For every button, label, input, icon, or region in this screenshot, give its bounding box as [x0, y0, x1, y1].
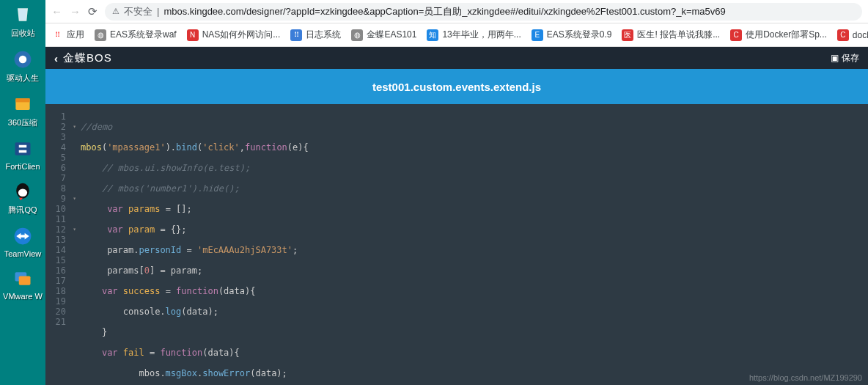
bookmark-item[interactable]: EEAS系统登录0.9: [532, 29, 612, 41]
apps-button[interactable]: ⠿ 应用: [51, 29, 84, 41]
bookmark-item[interactable]: C使用Docker部署Sp...: [730, 29, 827, 41]
desktop-label: 360压缩: [8, 117, 37, 128]
watermark: https://blog.csdn.net/MZ199290: [749, 373, 862, 382]
code-editor[interactable]: 123456789101112131415161718192021 //demo…: [45, 104, 868, 385]
desktop-icon-360zip[interactable]: 360压缩: [0, 89, 45, 131]
desktop-label: 腾讯QQ: [8, 205, 37, 216]
forticlient-icon: [11, 137, 34, 161]
bookmark-item[interactable]: ◍金蝶EAS101: [351, 29, 416, 41]
nav-reload-icon[interactable]: ⟳: [88, 5, 98, 18]
desktop-icon-forticlient[interactable]: FortiClien: [0, 134, 45, 174]
driver-icon: [11, 48, 34, 71]
svg-rect-4: [15, 142, 31, 155]
globe-icon: ◍: [351, 29, 363, 41]
vmware-icon: [11, 267, 34, 290]
desktop-icon-qq[interactable]: 腾讯QQ: [0, 177, 45, 219]
url-input[interactable]: ⚠ 不安全 | mbos.kingdee.com/designer/?appId…: [105, 3, 862, 21]
bookmark-item[interactable]: 知13年毕业，用两年...: [427, 29, 521, 41]
insecure-label: 不安全: [124, 5, 152, 18]
warning-icon: ⚠: [112, 7, 119, 16]
nas-icon: N: [187, 29, 199, 41]
desktop-label: 回收站: [11, 28, 35, 39]
med-icon: 医: [622, 29, 633, 41]
desktop-label: 驱动人生: [7, 73, 39, 84]
eas-icon: E: [532, 29, 543, 41]
save-icon: ▣: [831, 53, 839, 63]
bookmark-item[interactable]: ⠿日志系统: [290, 29, 341, 41]
desktop-icon-driver[interactable]: 驱动人生: [0, 45, 45, 87]
url-separator: |: [157, 6, 159, 17]
globe-icon: ◍: [95, 29, 106, 41]
teamviewer-icon: [11, 224, 34, 248]
bookmark-item[interactable]: Cdocker:: [837, 29, 868, 41]
zhihu-icon: 知: [427, 29, 438, 41]
save-label: 保存: [842, 52, 859, 65]
bookmark-item[interactable]: ◍EAS系统登录waf: [95, 29, 177, 41]
csdn-icon: C: [837, 29, 849, 41]
desktop-sidebar: 回收站 驱动人生 360压缩 FortiClien 腾讯QQ TeamView …: [0, 0, 45, 385]
log-icon: ⠿: [290, 29, 302, 41]
nav-back-icon[interactable]: ←: [51, 5, 62, 18]
apps-label: 应用: [67, 29, 84, 41]
browser-window: ← → ⟳ ⚠ 不安全 | mbos.kingdee.com/designer/…: [45, 0, 868, 385]
desktop-icon-vmware[interactable]: VMware W: [0, 264, 45, 304]
code-area[interactable]: //demo mbos('mpassage1').bind('click',fu…: [70, 110, 865, 385]
zip-icon: [11, 92, 34, 116]
desktop-icon-teamviewer[interactable]: TeamView: [0, 221, 45, 261]
bookmarks-bar: ⠿ 应用 ◍EAS系统登录waf NNAS如何外网访问... ⠿日志系统 ◍金蝶…: [45, 23, 868, 47]
apps-grid-icon: ⠿: [51, 29, 63, 41]
desktop-label: TeamView: [4, 249, 42, 258]
brand-text: 金蝶BOS: [63, 51, 112, 65]
recycle-bin-icon: [11, 3, 34, 26]
svg-rect-3: [15, 98, 29, 102]
desktop-label: VMware W: [3, 292, 43, 301]
desktop-label: FortiClien: [5, 162, 40, 171]
svg-point-1: [19, 56, 27, 64]
nav-forward-icon[interactable]: →: [70, 5, 81, 18]
app-top-bar: ‹ 金蝶BOS ▣ 保存: [45, 47, 868, 69]
qq-icon: [11, 180, 34, 203]
bookmark-item[interactable]: NNAS如何外网访问...: [187, 29, 281, 41]
file-title-bar: test001.custom.events.extend.js: [45, 69, 868, 104]
csdn-icon: C: [730, 29, 742, 41]
address-bar: ← → ⟳ ⚠ 不安全 | mbos.kingdee.com/designer/…: [45, 0, 868, 23]
save-button[interactable]: ▣ 保存: [831, 52, 859, 65]
app-brand: ‹ 金蝶BOS: [54, 51, 112, 65]
back-icon[interactable]: ‹: [54, 52, 59, 65]
desktop-icon-recycle[interactable]: 回收站: [0, 0, 45, 42]
line-gutter: 123456789101112131415161718192021: [48, 110, 70, 385]
svg-rect-9: [19, 276, 31, 285]
svg-point-6: [18, 189, 27, 197]
url-text: mbos.kingdee.com/designer/?appId=xzkingd…: [163, 5, 725, 18]
bookmark-item[interactable]: 医医生! 报告单说我膝...: [622, 29, 720, 41]
file-title: test001.custom.events.extend.js: [372, 81, 541, 93]
